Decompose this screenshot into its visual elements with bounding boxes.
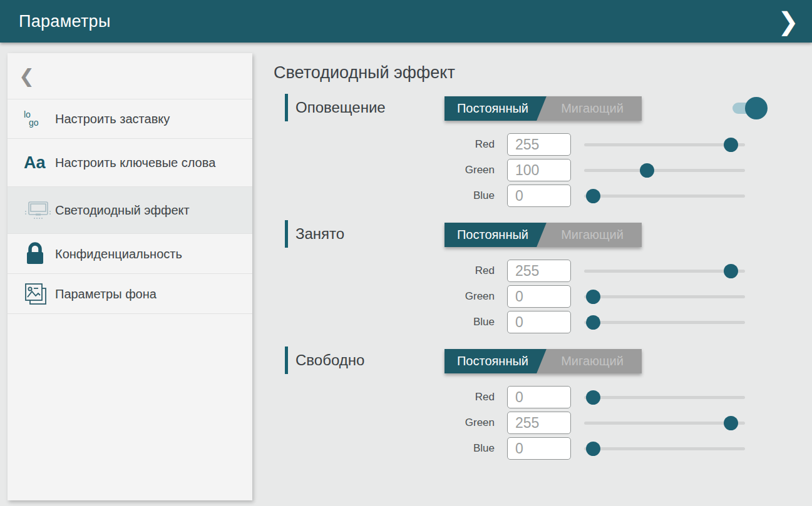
led-screen-icon [24, 199, 55, 221]
slider-track [584, 447, 745, 450]
segment-blinking[interactable]: Мигающий [545, 96, 639, 121]
segment-blinking[interactable]: Мигающий [545, 349, 639, 373]
slider-thumb[interactable] [586, 315, 600, 330]
slider-thumb[interactable] [640, 163, 654, 178]
slider-track [584, 169, 745, 172]
app-title: Параметры [19, 0, 111, 43]
red-value-input[interactable] [507, 386, 571, 408]
green-slider[interactable] [584, 285, 745, 308]
red-label: Red [419, 260, 495, 282]
blue-value-input[interactable] [507, 311, 571, 333]
rgb-rows: Red Green Blue [274, 133, 812, 210]
red-label: Red [419, 386, 495, 408]
text-aa-icon: Aa [24, 154, 55, 171]
rgb-rows: Red Green Blue [274, 386, 812, 463]
sidebar: ❮ lo go Настроить заставку Aa Настроить … [8, 53, 252, 500]
sidebar-item-keywords[interactable]: Aa Настроить ключевые слова [8, 139, 252, 187]
mode-segmented-control: Постоянный Мигающий [445, 349, 642, 373]
images-icon [24, 281, 55, 306]
mode-segmented-control: Постоянный Мигающий [445, 96, 642, 121]
green-slider[interactable] [584, 412, 745, 434]
blue-label: Blue [419, 311, 495, 333]
sidebar-item-label: Настроить заставку [55, 111, 170, 127]
slider-track [584, 321, 745, 324]
sidebar-back-button[interactable]: ❮ [8, 53, 252, 99]
blue-label: Blue [419, 185, 495, 207]
slider-thumb[interactable] [724, 264, 738, 278]
red-slider[interactable] [584, 260, 745, 282]
segment-constant[interactable]: Постоянный [446, 96, 540, 121]
section-title: Занято [296, 220, 344, 248]
rgb-row-red: Red [274, 260, 812, 282]
app-bar: Параметры ❯ [0, 0, 812, 43]
page-title: Светодиодный эффект [274, 63, 455, 83]
red-label: Red [419, 133, 495, 156]
section-accent-bar [285, 347, 288, 374]
rgb-row-blue: Blue [274, 185, 812, 207]
red-value-input[interactable] [507, 133, 571, 156]
rgb-row-blue: Blue [274, 437, 812, 460]
slider-thumb[interactable] [586, 189, 600, 203]
segment-blinking[interactable]: Мигающий [545, 223, 639, 247]
rgb-row-green: Green [274, 159, 812, 181]
sidebar-item-label: Параметры фона [55, 286, 157, 302]
sidebar-item-label: Конфиденциальность [55, 246, 182, 262]
slider-track [584, 270, 745, 273]
collapse-panel-icon[interactable]: ❯ [774, 0, 802, 43]
rgb-row-green: Green [274, 412, 812, 434]
blue-slider[interactable] [584, 437, 745, 460]
slider-track [584, 396, 745, 399]
rgb-row-red: Red [274, 133, 812, 156]
green-label: Green [419, 285, 495, 308]
sidebar-item-label: Светодиодный эффект [55, 202, 190, 218]
slider-thumb[interactable] [586, 442, 600, 456]
sidebar-item-privacy[interactable]: Конфиденциальность [8, 234, 252, 274]
red-slider[interactable] [584, 133, 745, 156]
back-chevron-icon: ❮ [19, 65, 34, 87]
slider-track [584, 422, 745, 425]
segment-constant[interactable]: Постоянный [446, 349, 540, 373]
blue-slider[interactable] [584, 185, 745, 207]
section-title: Свободно [296, 347, 364, 374]
slider-track [584, 295, 745, 298]
section-alert: Оповещение Постоянный Мигающий Red Green [274, 94, 812, 219]
slider-thumb[interactable] [586, 390, 600, 405]
red-value-input[interactable] [507, 260, 571, 282]
blue-value-input[interactable] [507, 437, 571, 460]
mode-segmented-control: Постоянный Мигающий [445, 223, 642, 247]
blue-value-input[interactable] [507, 185, 571, 207]
rgb-row-blue: Blue [274, 311, 812, 333]
section-accent-bar [285, 94, 288, 121]
green-slider[interactable] [584, 159, 745, 181]
slider-thumb[interactable] [586, 290, 600, 304]
sidebar-item-screensaver[interactable]: lo go Настроить заставку [8, 99, 252, 139]
logo-icon: lo go [24, 111, 55, 127]
rgb-row-green: Green [274, 285, 812, 308]
section-free: Свободно Постоянный Мигающий Red Green B… [274, 347, 812, 472]
rgb-rows: Red Green Blue [274, 260, 812, 336]
section-title: Оповещение [296, 94, 386, 121]
slider-track [584, 143, 745, 146]
segment-constant[interactable]: Постоянный [446, 223, 540, 247]
section-busy: Занято Постоянный Мигающий Red Green Blu… [274, 220, 812, 345]
sidebar-item-background[interactable]: Параметры фона [8, 274, 252, 314]
lock-icon [24, 241, 55, 266]
slider-thumb[interactable] [724, 138, 738, 152]
green-label: Green [419, 159, 495, 181]
blue-label: Blue [419, 437, 495, 460]
green-label: Green [419, 412, 495, 434]
toggle-thumb [745, 97, 768, 119]
blue-slider[interactable] [584, 311, 745, 333]
alert-enable-toggle[interactable] [727, 94, 796, 121]
green-value-input[interactable] [507, 285, 571, 308]
rgb-row-red: Red [274, 386, 812, 408]
green-value-input[interactable] [507, 159, 571, 181]
section-accent-bar [285, 220, 288, 248]
slider-thumb[interactable] [724, 416, 738, 430]
sidebar-item-led-effect[interactable]: Светодиодный эффект [8, 187, 252, 234]
red-slider[interactable] [584, 386, 745, 408]
sidebar-item-label: Настроить ключевые слова [55, 154, 215, 171]
green-value-input[interactable] [507, 412, 571, 434]
slider-track [584, 195, 745, 198]
